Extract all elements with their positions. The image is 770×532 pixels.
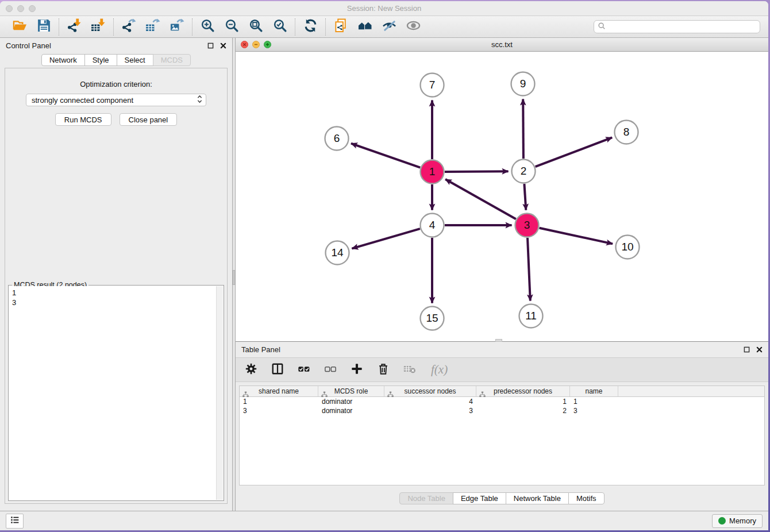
zoom-selected-button[interactable] — [270, 18, 290, 36]
add-row-icon — [351, 363, 363, 377]
column-header-predecessor-nodes[interactable]: predecessor nodes — [476, 386, 570, 396]
node-4[interactable]: 4 — [421, 214, 444, 237]
select-all-icon — [298, 363, 310, 377]
edge-2-3[interactable] — [524, 184, 526, 210]
node-10[interactable]: 10 — [616, 236, 640, 259]
run-mcds-button[interactable]: Run MCDS — [55, 113, 111, 126]
criterion-select[interactable]: strongly connected component — [26, 94, 206, 106]
gear-button[interactable] — [245, 363, 257, 377]
node-8[interactable]: 8 — [615, 121, 638, 144]
delete-row-button[interactable] — [377, 363, 390, 377]
hide-selected-button[interactable] — [379, 18, 399, 36]
import-network-button[interactable] — [64, 18, 84, 36]
delete-table-button — [403, 363, 416, 377]
export-table-button[interactable] — [143, 18, 163, 36]
status-bar: Memory — [0, 511, 768, 530]
svg-text:10: 10 — [621, 241, 633, 253]
select-all-button[interactable] — [298, 363, 310, 377]
column-label: name — [585, 387, 602, 395]
node-6[interactable]: 6 — [325, 127, 349, 151]
refresh-button[interactable] — [301, 18, 320, 36]
close-table-panel-icon[interactable] — [756, 346, 763, 353]
search-input[interactable] — [608, 22, 756, 31]
cell-predecessor-nodes[interactable]: 1 — [476, 397, 570, 406]
columns-button[interactable] — [271, 363, 284, 377]
cell-name[interactable]: 1 — [570, 397, 618, 406]
save-session-button[interactable] — [34, 18, 53, 36]
table-row[interactable]: 1dominator411 — [240, 397, 764, 406]
tab-network-table[interactable]: Network Table — [506, 492, 569, 504]
search-box[interactable] — [594, 20, 760, 33]
column-header-shared-name[interactable]: shared name — [240, 386, 318, 396]
cell-name[interactable]: 3 — [570, 406, 618, 415]
close-panel-button[interactable]: Close panel — [120, 113, 178, 126]
close-panel-icon[interactable] — [220, 43, 226, 49]
zoom-out-button[interactable] — [222, 18, 241, 36]
open-file-button[interactable] — [10, 18, 29, 36]
cell-predecessor-nodes[interactable]: 2 — [476, 406, 570, 415]
result-line: 1 — [12, 288, 216, 298]
network-canvas[interactable]: 7968124314101511 — [236, 52, 768, 341]
splitter-grip[interactable] — [233, 270, 235, 285]
node-2[interactable]: 2 — [512, 160, 536, 183]
tab-network[interactable]: Network — [41, 54, 85, 66]
cell-shared-name[interactable]: 3 — [240, 406, 318, 415]
node-7[interactable]: 7 — [421, 74, 444, 97]
column-header-MCDS-role[interactable]: MCDS role — [318, 386, 384, 396]
cell-successor-nodes[interactable]: 4 — [384, 397, 476, 406]
cell-MCDS-role[interactable]: dominator — [318, 397, 384, 406]
table-body: 1dominator4113dominator323 — [240, 397, 764, 415]
node-1[interactable]: 1 — [421, 160, 444, 184]
zoom-in-button[interactable] — [198, 18, 217, 36]
tab-edge-table[interactable]: Edge Table — [453, 492, 506, 504]
node-11[interactable]: 11 — [519, 304, 543, 328]
node-9[interactable]: 9 — [511, 72, 535, 96]
node-15[interactable]: 15 — [421, 307, 444, 330]
first-neighbors-button[interactable] — [355, 18, 375, 36]
cell-successor-nodes[interactable]: 3 — [384, 406, 476, 415]
deselect-all-button[interactable] — [324, 363, 337, 377]
tab-select[interactable]: Select — [117, 54, 153, 66]
tab-motifs[interactable]: Motifs — [568, 492, 605, 504]
table-row[interactable]: 3dominator323 — [240, 406, 764, 415]
mcds-result-text[interactable]: 13 — [9, 286, 216, 500]
select-stepper-icon — [197, 95, 202, 105]
zoom-fit-button[interactable] — [246, 18, 265, 36]
network-graph[interactable]: 7968124314101511 — [236, 52, 768, 341]
add-row-button[interactable] — [351, 363, 363, 377]
edge-1-6[interactable] — [351, 144, 420, 168]
memory-button[interactable]: Memory — [712, 514, 763, 528]
node-14[interactable]: 14 — [326, 241, 349, 265]
task-history-button[interactable] — [6, 514, 24, 529]
tab-style[interactable]: Style — [84, 54, 117, 66]
network-table-divider-grip[interactable] — [495, 339, 502, 342]
duplicate-network-button[interactable] — [331, 18, 351, 36]
result-scrollbar[interactable] — [216, 286, 223, 500]
table-tabs-strip: Node TableEdge TableNetwork TableMotifs — [236, 485, 768, 511]
svg-text:11: 11 — [525, 310, 537, 322]
edge-3-1[interactable] — [445, 179, 516, 219]
edge-4-14[interactable] — [352, 229, 420, 249]
export-image-button[interactable] — [167, 18, 187, 36]
show-all-button[interactable] — [403, 18, 423, 36]
column-header-name[interactable]: name — [570, 386, 618, 396]
cell-MCDS-role[interactable]: dominator — [318, 406, 384, 415]
edge-2-9[interactable] — [523, 99, 523, 159]
cell-shared-name[interactable]: 1 — [240, 397, 318, 406]
tab-mcds[interactable]: MCDS — [153, 54, 191, 66]
export-network-button[interactable] — [119, 18, 138, 36]
deselect-all-icon — [324, 363, 337, 377]
node-3[interactable]: 3 — [515, 214, 539, 237]
edge-1-2[interactable] — [445, 171, 509, 172]
network-window-titlebar[interactable]: scc.txt — [236, 38, 768, 52]
edge-3-10[interactable] — [540, 228, 613, 244]
edge-3-11[interactable] — [528, 238, 530, 301]
network-window-title: scc.txt — [236, 40, 768, 49]
float-panel-icon[interactable] — [207, 43, 214, 49]
edge-2-8[interactable] — [536, 137, 613, 167]
float-table-panel-icon[interactable] — [744, 346, 750, 353]
svg-text:1: 1 — [429, 165, 436, 178]
import-table-button[interactable] — [88, 18, 108, 36]
tab-node-table[interactable]: Node Table — [399, 492, 453, 504]
column-header-successor-nodes[interactable]: successor nodes — [384, 386, 476, 396]
